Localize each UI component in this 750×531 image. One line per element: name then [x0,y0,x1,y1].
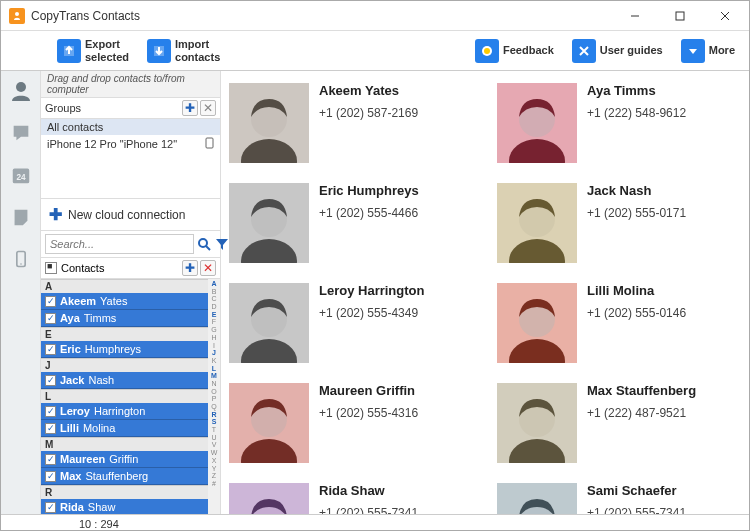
svg-text:24: 24 [16,173,26,182]
contact-name: Rida Shaw [319,483,418,498]
delete-group-button[interactable]: ✕ [200,100,216,116]
nav-messages-icon[interactable] [7,119,35,147]
item-checkbox[interactable]: ✓ [45,454,56,465]
nav-notes-icon[interactable] [7,203,35,231]
search-input[interactable] [45,234,194,254]
item-checkbox[interactable]: ✓ [45,344,56,355]
toolbar: Export selected Import contacts Feedback… [1,31,749,71]
contact-phone: +1 (202) 555-7341 [587,506,686,514]
list-item[interactable]: ✓Akeem Yates [41,293,208,310]
feedback-label: Feedback [503,44,554,56]
list-item[interactable]: ✓Rida Shaw [41,499,208,514]
avatar [229,483,309,514]
groups-list: All contacts iPhone 12 Pro "iPhone 12" [41,119,220,199]
import-icon [147,39,171,63]
cloud-label: New cloud connection [68,208,185,222]
group-all-contacts[interactable]: All contacts [41,119,220,135]
contact-card[interactable]: Maureen Griffin+1 (202) 555-4316 [229,383,473,463]
item-checkbox[interactable]: ✓ [45,406,56,417]
feedback-icon [475,39,499,63]
add-group-button[interactable]: ✚ [182,100,198,116]
add-contact-button[interactable]: ✚ [182,260,198,276]
contact-name: Akeem Yates [319,83,418,98]
nav-calendar-icon[interactable]: 24 [7,161,35,189]
group-device[interactable]: iPhone 12 Pro "iPhone 12" [41,135,220,153]
item-checkbox[interactable]: ✓ [45,423,56,434]
list-item[interactable]: ✓Maureen Griffin [41,451,208,468]
window-title: CopyTrans Contacts [31,9,612,23]
contact-phone: +1 (222) 487-9521 [587,406,696,420]
groups-label: Groups [45,102,180,114]
contact-card[interactable]: Lilli Molina+1 (202) 555-0146 [497,283,741,363]
item-checkbox[interactable]: ✓ [45,296,56,307]
nav-column: 24 [1,71,41,514]
more-button[interactable]: More [675,37,741,65]
contact-card[interactable]: Aya Timms+1 (222) 548-9612 [497,83,741,163]
svg-point-15 [199,239,207,247]
item-checkbox[interactable]: ✓ [45,313,56,324]
close-button[interactable] [702,2,747,30]
export-icon [57,39,81,63]
svg-point-13 [20,263,22,265]
alpha-index[interactable]: ABCDEFGHIJKLMNOPQRSTUVWXYZ# [208,279,220,514]
svg-point-9 [16,82,26,92]
groups-header: Groups ✚ ✕ [41,98,220,119]
feedback-button[interactable]: Feedback [469,37,560,65]
contact-card[interactable]: Akeem Yates+1 (202) 587-2169 [229,83,473,163]
list-section-header: J [41,358,208,372]
avatar [497,183,577,263]
content: 24 Drag and drop contacts to/from comput… [1,71,749,514]
avatar [229,83,309,163]
minimize-button[interactable] [612,2,657,30]
main-pane[interactable]: Akeem Yates+1 (202) 587-2169Aya Timms+1 … [221,71,749,514]
contact-phone: +1 (202) 587-2169 [319,106,418,120]
maximize-button[interactable] [657,2,702,30]
contact-card[interactable]: Leroy Harrington+1 (202) 555-4349 [229,283,473,363]
svg-rect-2 [676,12,684,20]
list-section-header: M [41,437,208,451]
import-label: Import contacts [175,38,220,62]
contact-name: Max Stauffenberg [587,383,696,398]
contact-card[interactable]: Max Stauffenberg+1 (222) 487-9521 [497,383,741,463]
export-selected-button[interactable]: Export selected [51,36,135,64]
drag-hint: Drag and drop contacts to/from computer [41,71,220,98]
contact-name: Eric Humphreys [319,183,419,198]
list-item[interactable]: ✓Leroy Harrington [41,403,208,420]
user-guides-button[interactable]: User guides [566,37,669,65]
contact-card[interactable]: Rida Shaw+1 (202) 555-7341 [229,483,473,514]
contact-name: Leroy Harrington [319,283,424,298]
import-contacts-button[interactable]: Import contacts [141,36,226,64]
list-section-header: A [41,279,208,293]
select-all-checkbox[interactable] [45,262,57,274]
contact-list-inner[interactable]: A✓Akeem Yates✓Aya TimmsE✓Eric HumphreysJ… [41,279,208,514]
search-row [41,231,220,258]
svg-rect-14 [206,138,213,148]
nav-contacts-icon[interactable] [7,77,35,105]
contact-name: Jack Nash [587,183,686,198]
list-item[interactable]: ✓Aya Timms [41,310,208,327]
delete-contact-button[interactable]: ✕ [200,260,216,276]
contact-card[interactable]: Eric Humphreys+1 (202) 555-4466 [229,183,473,263]
export-label: Export selected [85,38,129,62]
plus-icon: ✚ [49,205,62,224]
list-section-header: L [41,389,208,403]
list-item[interactable]: ✓Max Stauffenberg [41,468,208,485]
contact-card[interactable]: Jack Nash+1 (202) 555-0171 [497,183,741,263]
device-icon [205,137,214,151]
contact-card[interactable]: Sami Schaefer+1 (202) 555-7341 [497,483,741,514]
userguides-icon [572,39,596,63]
svg-point-0 [15,12,19,16]
item-checkbox[interactable]: ✓ [45,502,56,513]
contact-name: Lilli Molina [587,283,686,298]
list-item[interactable]: ✓Eric Humphreys [41,341,208,358]
item-checkbox[interactable]: ✓ [45,375,56,386]
nav-device-icon[interactable] [7,245,35,273]
item-checkbox[interactable]: ✓ [45,471,56,482]
search-icon[interactable] [196,235,212,253]
contact-phone: +1 (202) 555-0171 [587,206,686,220]
new-cloud-connection-button[interactable]: ✚ New cloud connection [41,199,220,231]
list-item[interactable]: ✓Lilli Molina [41,420,208,437]
list-item[interactable]: ✓Jack Nash [41,372,208,389]
group-all-label: All contacts [47,121,103,133]
contacts-label: Contacts [61,262,180,274]
